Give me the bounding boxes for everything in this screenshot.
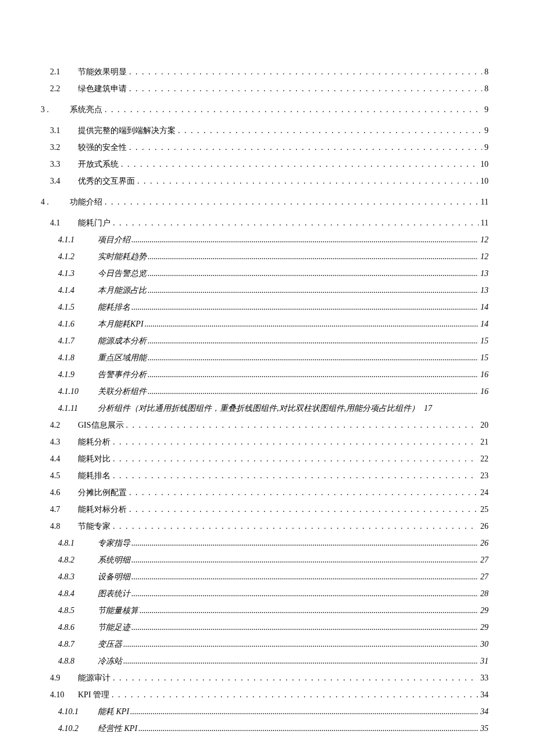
toc-entry[interactable]: 3.4优秀的交互界面10 bbox=[41, 176, 488, 187]
toc-entry[interactable]: 4.8.8冷冻站31 bbox=[41, 656, 488, 667]
toc-entry[interactable]: 3 .系统亮点9 bbox=[41, 105, 488, 115]
toc-entry[interactable]: 4.2GIS信息展示20 bbox=[41, 420, 488, 431]
toc-entry[interactable]: 4.8.1专家指导26 bbox=[41, 538, 488, 549]
toc-leader-dots bbox=[110, 218, 479, 228]
toc-page-number: 16 bbox=[478, 370, 488, 379]
toc-entry[interactable]: 3.2较强的安全性9 bbox=[41, 142, 488, 153]
toc-entry[interactable]: 4.7能耗对标分析25 bbox=[41, 504, 488, 515]
toc-label: 本月能耗KPI bbox=[98, 319, 144, 329]
toc-number: 4.10 bbox=[50, 690, 78, 700]
toc-entry[interactable]: 4 .功能介绍11 bbox=[41, 197, 488, 207]
toc-entry[interactable]: 2.1节能效果明显8 bbox=[41, 67, 488, 77]
toc-entry[interactable]: 4.8.5节能量核算29 bbox=[41, 605, 488, 616]
toc-entry[interactable]: 4.8.2系统明细27 bbox=[41, 555, 488, 565]
toc-number: 3.1 bbox=[50, 126, 78, 135]
toc-leader-dots bbox=[147, 252, 478, 261]
toc-number: 4.1.3 bbox=[58, 269, 98, 278]
toc-entry[interactable]: 4.5能耗排名23 bbox=[41, 471, 488, 481]
toc-leader-dots bbox=[147, 353, 478, 363]
toc-label: 能耗 KPI bbox=[98, 707, 129, 717]
toc-entry[interactable]: 4.8节能专家26 bbox=[41, 521, 488, 532]
toc-page-number: 9 bbox=[482, 143, 488, 152]
toc-entry[interactable]: 4.1能耗门户11 bbox=[41, 218, 488, 228]
toc-label: 节能效果明显 bbox=[78, 67, 127, 77]
toc-number: 4.7 bbox=[50, 505, 78, 514]
table-of-contents: 2.1节能效果明显82.2绿色建筑申请83 .系统亮点93.1提供完整的端到端解… bbox=[41, 67, 488, 734]
toc-label: 项目介绍 bbox=[98, 235, 130, 245]
toc-page-number: 13 bbox=[478, 286, 488, 295]
toc-entry[interactable]: 4.8.7变压器30 bbox=[41, 639, 488, 650]
toc-leader-dots bbox=[127, 84, 482, 94]
toc-number: 3.4 bbox=[50, 177, 78, 186]
toc-entry[interactable]: 4.8.3设备明细27 bbox=[41, 572, 488, 582]
toc-entry[interactable]: 4.1.5能耗排名14 bbox=[41, 302, 488, 313]
toc-page-number: 34 bbox=[478, 690, 488, 700]
toc-label: 节能足迹 bbox=[98, 622, 130, 633]
toc-entry[interactable]: 2.2绿色建筑申请8 bbox=[41, 84, 488, 94]
toc-leader-dots bbox=[122, 640, 478, 649]
toc-number: 2.2 bbox=[50, 84, 78, 94]
toc-entry[interactable]: 4.8.4图表统计28 bbox=[41, 589, 488, 599]
toc-label: 能源成本分析 bbox=[98, 336, 147, 346]
toc-page-number: 27 bbox=[478, 572, 488, 582]
toc-label: 实时能耗趋势 bbox=[98, 252, 147, 262]
toc-label: 能源审计 bbox=[78, 673, 110, 683]
toc-entry[interactable]: 4.1.6本月能耗KPI14 bbox=[41, 319, 488, 329]
toc-leader-dots bbox=[130, 556, 478, 565]
toc-label: 节能量核算 bbox=[98, 605, 138, 616]
toc-number: 4.8.1 bbox=[58, 539, 98, 548]
toc-entry[interactable]: 4.6分摊比例配置24 bbox=[41, 488, 488, 498]
toc-label: 图表统计 bbox=[98, 589, 130, 599]
toc-label: 冷冻站 bbox=[98, 656, 122, 667]
toc-label: 关联分析组件 bbox=[98, 386, 147, 397]
toc-entry[interactable]: 4.1.11分析组件（对比通用折线图组件，重叠折线图组件,对比双柱状图组件,用能… bbox=[41, 403, 488, 414]
toc-number: 4.1.4 bbox=[58, 286, 98, 295]
toc-entry[interactable]: 4.3能耗分析21 bbox=[41, 437, 488, 447]
toc-entry[interactable]: 4.8.6节能足迹29 bbox=[41, 622, 488, 633]
toc-leader-dots bbox=[110, 471, 478, 481]
toc-number: 4.10.1 bbox=[58, 707, 98, 716]
toc-entry[interactable]: 4.9能源审计33 bbox=[41, 673, 488, 683]
toc-entry[interactable]: 4.1.2实时能耗趋势12 bbox=[41, 252, 488, 262]
toc-leader-dots bbox=[147, 336, 478, 346]
toc-leader-dots bbox=[135, 177, 478, 186]
toc-label: 优秀的交互界面 bbox=[78, 176, 135, 187]
toc-number: 4.5 bbox=[50, 471, 78, 481]
toc-page-number: 27 bbox=[478, 556, 488, 565]
toc-number: 4.3 bbox=[50, 438, 78, 447]
toc-entry[interactable]: 3.3开放式系统10 bbox=[41, 159, 488, 170]
toc-entry[interactable]: 4.4能耗对比22 bbox=[41, 454, 488, 464]
toc-label: 开放式系统 bbox=[78, 159, 119, 170]
toc-leader-dots bbox=[147, 286, 478, 295]
toc-label: 告警事件分析 bbox=[98, 370, 147, 380]
toc-page-number: 24 bbox=[478, 488, 488, 497]
toc-label: 能耗门户 bbox=[78, 218, 110, 228]
toc-page-number: 17 bbox=[422, 404, 432, 413]
toc-entry[interactable]: 4.10KPI 管理34 bbox=[41, 690, 488, 700]
toc-entry[interactable]: 4.1.8重点区域用能15 bbox=[41, 353, 488, 363]
toc-number: 4.4 bbox=[50, 454, 78, 464]
toc-leader-dots bbox=[176, 126, 482, 135]
toc-label: 能耗排名 bbox=[78, 471, 110, 481]
toc-leader-dots bbox=[122, 657, 478, 666]
toc-number: 4.1.7 bbox=[58, 336, 98, 346]
toc-entry[interactable]: 4.1.1项目介绍12 bbox=[41, 235, 488, 245]
toc-label: 设备明细 bbox=[98, 572, 130, 582]
toc-number: 4.8.6 bbox=[58, 623, 98, 632]
toc-entry[interactable]: 4.1.4本月能源占比13 bbox=[41, 285, 488, 296]
toc-number: 4.1.8 bbox=[58, 353, 98, 363]
toc-entry[interactable]: 4.1.9告警事件分析16 bbox=[41, 370, 488, 380]
toc-number: 4.8.4 bbox=[58, 589, 98, 599]
toc-page-number: 23 bbox=[478, 471, 488, 481]
toc-label: 能耗分析 bbox=[78, 437, 110, 447]
toc-entry[interactable]: 4.1.7能源成本分析15 bbox=[41, 336, 488, 346]
toc-entry[interactable]: 4.10.2经营性 KPI35 bbox=[41, 723, 488, 734]
toc-label: 系统明细 bbox=[98, 555, 130, 565]
toc-leader-dots bbox=[127, 505, 478, 514]
toc-entry[interactable]: 4.10.1能耗 KPI34 bbox=[41, 707, 488, 717]
toc-entry[interactable]: 4.1.3今日告警总览13 bbox=[41, 268, 488, 279]
toc-entry[interactable]: 4.1.10关联分析组件16 bbox=[41, 386, 488, 397]
toc-leader-dots bbox=[147, 387, 478, 396]
toc-entry[interactable]: 3.1提供完整的端到端解决方案9 bbox=[41, 126, 488, 136]
toc-leader-dots bbox=[147, 370, 478, 379]
